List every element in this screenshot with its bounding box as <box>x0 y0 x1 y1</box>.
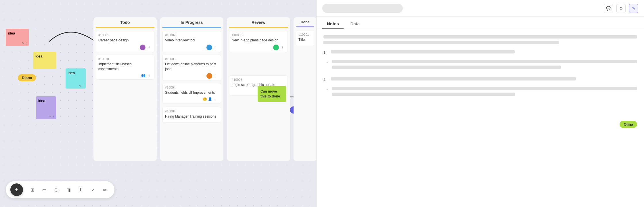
card-more-button[interactable]: ⋮ <box>213 45 218 50</box>
card-id: #10004 <box>165 110 218 113</box>
arrow-icon-btn[interactable]: ↗ <box>87 185 98 195</box>
frame-icon-btn[interactable]: ▭ <box>39 185 49 195</box>
settings-icon-btn[interactable]: ⚙ <box>616 4 626 13</box>
col-header-inprogress: In Progress <box>162 20 221 28</box>
card-id: #10001 <box>298 33 312 36</box>
bullet-dot: • <box>326 60 329 65</box>
card-id: #10002 <box>165 33 218 37</box>
list-number: 2. <box>323 77 328 82</box>
tab-notes[interactable]: Notes <box>322 19 344 29</box>
pen-icon-btn[interactable]: ✏ <box>99 185 110 195</box>
card-more-button[interactable]: ⋮ <box>147 73 152 78</box>
notes-bullet: • <box>326 87 637 98</box>
kanban-col-todo: Todo #10001 Career page design ⋮ #10010 … <box>93 17 157 161</box>
right-panel: 💬 ⚙ ✎ Notes Data 1. • <box>316 0 644 207</box>
more-icon[interactable]: ⋮ <box>52 115 55 118</box>
add-button[interactable]: + <box>10 183 23 196</box>
kanban-card[interactable]: #10004 Students fields UI Improvements 😊… <box>162 83 221 103</box>
sticky-icons[interactable]: ✎ ⋮ <box>79 84 85 87</box>
card-id: #10008 <box>232 78 285 81</box>
skel-line <box>331 50 515 53</box>
list-content <box>331 77 637 83</box>
card-id: #10001 <box>98 33 152 37</box>
edit-icon[interactable]: ✎ <box>79 84 81 87</box>
board-icon-btn[interactable]: ⊞ <box>27 185 37 195</box>
edit-icon[interactable]: ✎ <box>49 115 51 118</box>
edit-icon[interactable]: ✎ <box>22 42 24 45</box>
panel-tabs: Notes Data <box>317 17 644 29</box>
sticky-label: idea <box>68 71 75 75</box>
avatar <box>273 45 279 50</box>
shape-icon-btn[interactable]: ⬡ <box>51 185 62 195</box>
sticky-note-cyan[interactable]: idea ✎ ⋮ <box>66 68 86 89</box>
panel-header: 💬 ⚙ ✎ <box>317 0 644 17</box>
chat-icon-btn[interactable]: 💬 <box>604 4 613 13</box>
skel-line <box>332 93 515 96</box>
card-more-button[interactable]: ⋮ <box>280 45 285 50</box>
avatar <box>206 45 212 50</box>
kanban-card[interactable]: #10010 Implement skill-based assessments… <box>96 55 154 80</box>
card-footer: ⋮ <box>98 45 152 50</box>
bullet-dot: • <box>326 87 329 92</box>
card-footer: 😊 👤 ⋮ <box>165 97 218 101</box>
card-title: Hiring Manager Training sessions <box>165 114 218 119</box>
text-icon-btn[interactable]: T <box>75 185 86 195</box>
kanban-card[interactable]: #10004 Hiring Manager Training sessions <box>162 107 221 123</box>
skel-line <box>332 87 637 90</box>
sticky-icons[interactable]: ✎ ⋮ <box>22 42 28 45</box>
user-bubble-olina: Olina <box>620 121 637 128</box>
avatar <box>140 45 145 50</box>
list-number: 1. <box>323 50 328 55</box>
edit-icon-btn[interactable]: ✎ <box>629 4 638 13</box>
skel-line <box>323 35 637 39</box>
kanban-card[interactable]: #10001 Title <box>296 30 314 46</box>
card-title: Students fields UI Improvements <box>165 90 218 95</box>
sticky-icons[interactable]: ✎ ⋮ <box>49 115 55 118</box>
sticky-note-purple[interactable]: idea ✎ ⋮ <box>36 96 56 119</box>
skel-line <box>332 66 561 69</box>
notes-header-skeleton <box>323 35 637 44</box>
kanban-col-done: Done #10001 Title <box>294 17 316 161</box>
notes-bullet: • <box>326 60 637 71</box>
sticky-note-yellow[interactable]: idea <box>33 52 56 69</box>
notes-item-2: 2. <box>323 77 637 83</box>
more-icon[interactable]: ⋮ <box>82 84 85 87</box>
skel-line <box>331 77 576 80</box>
skel-line <box>332 60 637 63</box>
tab-data[interactable]: Data <box>346 19 365 29</box>
skel-line <box>323 41 559 44</box>
card-title: Implement skill-based assessments <box>98 62 152 72</box>
panel-icons: 💬 ⚙ ✎ <box>604 4 638 13</box>
bottom-toolbar: + ⊞ ▭ ⬡ ◨ T ↗ ✏ <box>6 181 114 198</box>
col-header-todo: Todo <box>96 20 154 28</box>
card-title: Career page design <box>98 38 152 43</box>
kanban-card[interactable]: #10003 List down online platforms to pos… <box>162 55 221 81</box>
kanban-card[interactable]: #10008 New In-app plans page design ⋮ <box>229 31 288 52</box>
avatar <box>206 73 212 79</box>
list-content <box>331 50 637 56</box>
sticky-label: idea <box>38 99 45 103</box>
user-bubble-diana: Diana <box>18 74 36 81</box>
bullet-content <box>332 60 637 71</box>
kanban-card[interactable]: #10001 Career page design ⋮ <box>96 31 154 52</box>
sticky-label: idea <box>8 31 15 35</box>
card-id: #10008 <box>232 33 285 37</box>
card-footer: ⋮ <box>165 73 218 79</box>
card-title: Video Interview tool <box>165 38 218 43</box>
more-icon[interactable]: ⋮ <box>25 42 28 45</box>
card-title: Title <box>298 37 312 42</box>
card-emoji: 👥 <box>141 73 145 77</box>
sticky-icon-btn[interactable]: ◨ <box>63 185 74 195</box>
canvas-area[interactable]: idea ✎ ⋮ idea idea ✎ ⋮ idea ✎ ⋮ Diana Al… <box>0 0 316 207</box>
panel-search-bar <box>322 4 403 13</box>
kanban-card[interactable]: #10002 Video Interview tool ⋮ <box>162 31 221 52</box>
card-more-button[interactable]: ⋮ <box>147 45 152 50</box>
sticky-note-green[interactable]: Can move this to done <box>258 86 286 102</box>
card-more-button[interactable]: ⋮ <box>213 74 218 78</box>
card-more-button[interactable]: ⋮ <box>213 97 218 101</box>
card-footer: ⋮ <box>165 45 218 50</box>
kanban-col-inprogress: In Progress #10002 Video Interview tool … <box>160 17 223 161</box>
panel-content: 1. • 2. • <box>317 29 644 207</box>
card-id: #10004 <box>165 86 218 89</box>
sticky-note-pink[interactable]: idea ✎ ⋮ <box>6 29 29 46</box>
